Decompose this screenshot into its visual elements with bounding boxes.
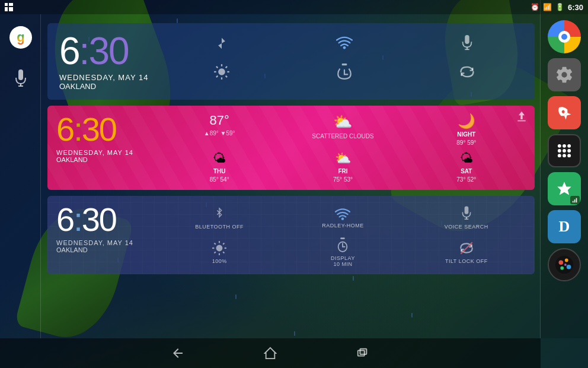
voice-search-toggle[interactable] [412,35,523,52]
current-temp: 87° [210,113,229,128]
fri-range: 75° 53° [333,176,353,183]
svg-rect-49 [573,201,574,203]
svg-point-47 [567,154,571,157]
back-button[interactable] [167,342,188,364]
sidebar-divider [40,14,41,338]
wifi-label: RADLEY-HOME [322,223,364,229]
svg-point-40 [563,144,566,148]
current-desc-cell: ⛅ SCATTERED CLOUDS [283,113,402,146]
svg-rect-4 [18,69,23,80]
svg-rect-1 [9,3,13,6]
rocket-app[interactable] [548,96,581,129]
display-timer-btn[interactable]: DISPLAY 10 MIN [283,237,402,267]
night-high: 89° [456,139,465,146]
star-app[interactable] [548,172,581,205]
bluetooth-btn[interactable]: BLUETOOTH OFF [160,206,279,230]
orb-app[interactable] [548,248,581,281]
weather-location: OAKLAND [56,156,151,163]
fri-low: 53° [344,176,353,183]
alarm-icon: ⏰ [531,3,539,11]
svg-rect-2 [5,7,8,11]
night-low: 59° [467,139,476,146]
tilt-lock-btn[interactable]: TILT LOCK OFF [407,240,526,264]
weather-date: WEDNESDAY, MAY 14 [56,149,151,156]
clock-time-1: 6:30 [59,32,148,70]
fri-forecast: ⛅ FRI 75° 53° [283,151,402,183]
current-high: ▲89° [204,130,219,137]
widget-controls: 6:30 WEDNESDAY, MAY 14 OAKLAND BLUETOOTH… [47,196,535,274]
google-search-icon[interactable]: g [9,26,32,49]
brightness-label: 100% [212,258,227,264]
controls-date: WEDNESDAY, MAY 14 [56,239,151,246]
weather-hour: 6 [56,110,74,148]
right-divider [540,0,541,338]
svg-point-53 [559,260,564,265]
night-range: 89° 59° [456,139,476,146]
current-range: ▲89° ▼59° [204,130,235,137]
clock-display-1: 6:30 WEDNESDAY, MAY 14 OAKLAND [59,32,148,91]
grid-icon [5,3,13,11]
controls-clock: 6:30 WEDNESDAY, MAY 14 OAKLAND [56,203,151,267]
recents-button[interactable] [352,342,373,364]
weather-clock: 6:30 WEDNESDAY, MAY 14 OAKLAND [56,113,151,183]
svg-rect-8 [465,35,469,44]
status-left [5,3,13,11]
svg-point-54 [565,259,568,262]
svg-rect-20 [342,64,347,65]
weather-clock-time: 6:30 [56,113,151,146]
bluetooth-toggle[interactable] [166,35,277,52]
controls-location: OAKLAND [56,246,151,253]
widget-weather: 6:30 WEDNESDAY, MAY 14 OAKLAND 87° ▲89° … [47,106,535,190]
thu-forecast: 🌤 THU 85° 54° [160,151,279,183]
bluetooth-label: BLUETOOTH OFF [195,224,244,230]
controls-minutes: 30 [82,201,116,238]
svg-line-17 [226,76,227,77]
clock-date-1: WEDNESDAY, MAY 14 [59,73,148,82]
quick-toggles [166,35,523,80]
timer-toggle[interactable] [289,64,400,80]
svg-rect-0 [5,3,8,6]
svg-rect-3 [9,7,13,11]
svg-line-18 [216,76,218,77]
nav-bar [0,338,541,368]
home-button[interactable] [260,342,281,364]
sat-high: 73° [456,176,465,183]
minutes-1: 30 [88,30,128,72]
thu-high: 85° [210,176,219,183]
thu-low: 54° [220,176,229,183]
sat-forecast: 🌤 SAT 73° 52° [407,151,526,183]
svg-rect-21 [517,120,525,122]
status-right: ⏰ 📶 🔋 6:30 [531,3,583,12]
svg-marker-58 [265,348,276,359]
rotation-toggle[interactable] [412,64,523,80]
svg-point-55 [567,265,571,269]
weather-info: 87° ▲89° ▼59° ⛅ SCATTERED CLOUDS 🌙 NIGHT… [160,113,526,183]
upload-icon [516,110,528,125]
wifi-toggle[interactable] [289,35,400,49]
svg-line-32 [223,252,224,253]
wifi-btn[interactable]: RADLEY-HOME [283,207,402,229]
fri-high: 75° [333,176,342,183]
brightness-toggle[interactable] [166,64,277,80]
svg-rect-35 [341,237,345,239]
svg-point-46 [563,154,566,157]
svg-point-7 [343,46,346,49]
svg-point-43 [563,149,566,153]
mic-search-icon[interactable] [9,66,33,90]
settings-app[interactable] [548,58,581,91]
svg-point-26 [216,245,223,252]
brightness-btn[interactable]: 100% [160,240,279,264]
widget-clock-top: 6:30 WEDNESDAY, MAY 14 OAKLAND [47,23,535,100]
night-label: NIGHT [457,131,475,138]
dict-app[interactable]: D [548,210,581,243]
svg-line-19 [226,66,227,68]
voice-btn[interactable]: VOICE SEARCH [407,206,526,230]
colon-1: : [79,30,89,72]
svg-marker-48 [557,182,571,195]
app-drawer[interactable] [548,134,581,167]
chrome-app[interactable] [548,20,581,53]
main-content: 6:30 WEDNESDAY, MAY 14 OAKLAND [41,14,541,338]
svg-line-31 [215,243,216,245]
svg-point-56 [560,267,564,270]
sat-range: 73° 52° [456,176,476,183]
